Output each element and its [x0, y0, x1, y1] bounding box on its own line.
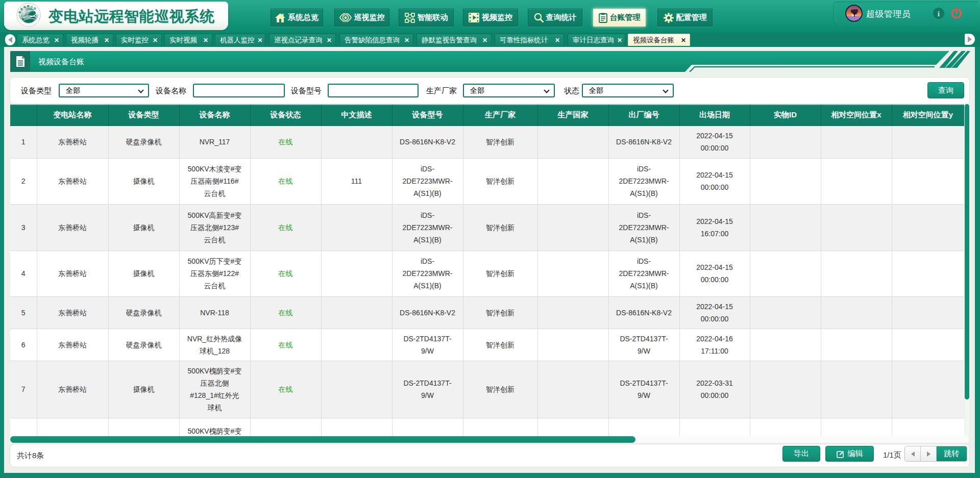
svg-text:i: i — [938, 10, 940, 18]
